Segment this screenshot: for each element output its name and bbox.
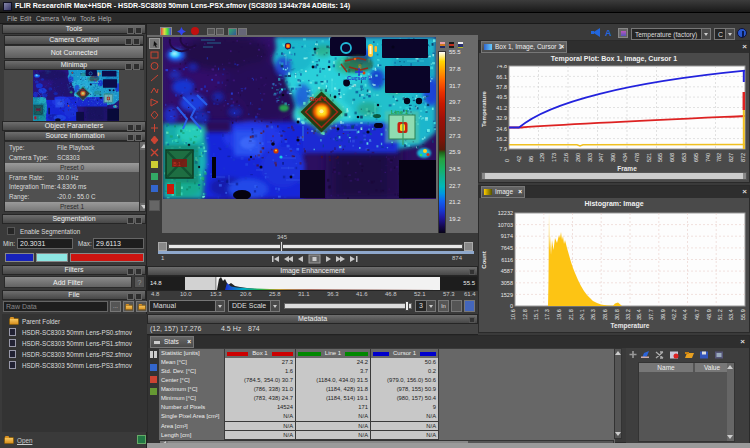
svg-text:7.9: 7.9: [499, 146, 507, 152]
svg-text:21.8: 21.8: [568, 309, 574, 320]
svg-text:66.1: 66.1: [496, 74, 507, 80]
svg-text:10703: 10703: [498, 222, 513, 228]
svg-text:46.7: 46.7: [694, 309, 700, 320]
svg-text:Temperature: Temperature: [481, 90, 487, 127]
svg-text:42: 42: [516, 156, 522, 162]
svg-text:173: 173: [551, 153, 557, 162]
svg-text:32.9: 32.9: [496, 115, 507, 121]
svg-text:653: 653: [681, 153, 687, 162]
svg-text:Frame: Frame: [617, 165, 637, 172]
svg-text:608: 608: [669, 153, 675, 162]
svg-text:10.6: 10.6: [510, 309, 516, 320]
svg-text:4587: 4587: [501, 268, 513, 274]
svg-text:24.1: 24.1: [579, 309, 585, 320]
svg-text:24.6: 24.6: [496, 126, 507, 132]
svg-text:16.2: 16.2: [496, 136, 507, 142]
svg-text:53.4: 53.4: [728, 309, 734, 320]
svg-text:57.8: 57.8: [496, 84, 507, 90]
svg-text:Temperature: Temperature: [611, 322, 650, 330]
svg-text:41.2: 41.2: [496, 105, 507, 111]
svg-text:12232: 12232: [498, 210, 513, 216]
svg-text:49.5: 49.5: [496, 94, 507, 100]
svg-text:19.6: 19.6: [556, 309, 562, 320]
svg-text:55.9: 55.9: [740, 309, 746, 320]
svg-text:827: 827: [728, 153, 734, 162]
svg-text:347: 347: [598, 153, 604, 162]
svg-text:521: 521: [646, 153, 652, 162]
svg-text:86: 86: [528, 156, 534, 162]
svg-text:695: 695: [693, 153, 699, 162]
svg-text:30.8: 30.8: [614, 309, 620, 320]
svg-text:390: 390: [610, 153, 616, 162]
svg-text:434: 434: [622, 153, 628, 162]
svg-text:872: 872: [740, 153, 746, 162]
svg-text:42.2: 42.2: [671, 309, 677, 320]
svg-text:6116: 6116: [501, 257, 513, 263]
svg-text:37.7: 37.7: [648, 309, 654, 320]
svg-text:35.4: 35.4: [636, 309, 642, 320]
svg-text:74.8: 74.8: [496, 65, 507, 69]
svg-text:3058: 3058: [501, 280, 513, 286]
svg-text:26.3: 26.3: [590, 309, 596, 320]
svg-text:Count: Count: [481, 251, 487, 268]
svg-text:28.6: 28.6: [602, 309, 608, 320]
svg-text:39.9: 39.9: [660, 309, 666, 320]
svg-text:478: 478: [634, 153, 640, 162]
svg-text:33.2: 33.2: [625, 309, 631, 320]
svg-text:0: 0: [504, 159, 510, 162]
svg-text:0: 0: [510, 303, 513, 309]
svg-text:12.8: 12.8: [522, 309, 528, 320]
svg-text:15.1: 15.1: [533, 309, 539, 320]
svg-text:129: 129: [539, 153, 545, 162]
svg-text:303: 303: [587, 153, 593, 162]
svg-text:260: 260: [575, 153, 581, 162]
svg-text:7645: 7645: [501, 245, 513, 251]
svg-text:565: 565: [657, 153, 663, 162]
svg-text:1529: 1529: [501, 292, 513, 298]
svg-text:216: 216: [563, 153, 569, 162]
svg-text:9174: 9174: [501, 233, 513, 239]
svg-text:44.4: 44.4: [682, 309, 688, 320]
svg-text:48.9: 48.9: [706, 309, 712, 320]
svg-text:17.3: 17.3: [544, 309, 550, 320]
svg-text:740: 740: [705, 153, 711, 162]
svg-text:51.2: 51.2: [717, 309, 723, 320]
svg-text:782: 782: [716, 153, 722, 162]
